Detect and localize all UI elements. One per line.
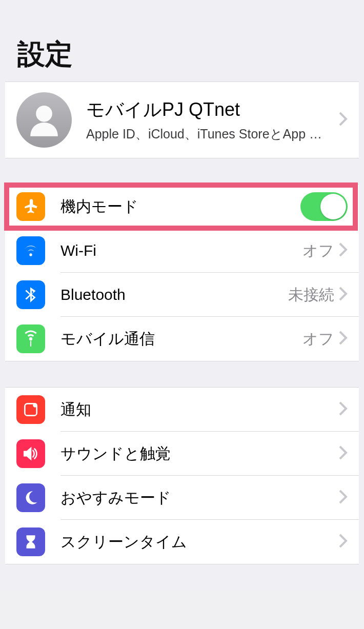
row-bluetooth[interactable]: Bluetooth 未接続 xyxy=(5,273,359,317)
hourglass-icon xyxy=(16,527,45,556)
avatar-icon xyxy=(16,92,72,148)
wifi-value: オフ xyxy=(302,240,334,261)
row-screentime[interactable]: スクリーンタイム xyxy=(5,520,359,564)
row-notifications[interactable]: 通知 xyxy=(5,388,359,432)
bluetooth-value: 未接続 xyxy=(288,285,334,306)
sound-label: サウンドと触覚 xyxy=(60,443,338,464)
cellular-icon xyxy=(16,324,45,353)
settings-group-connectivity: 機内モード Wi-Fi オフ Bluetooth 未接続 xyxy=(5,184,359,361)
airplane-icon xyxy=(16,192,45,221)
row-dnd[interactable]: おやすみモード xyxy=(5,476,359,520)
wifi-icon xyxy=(16,236,45,265)
chevron-icon xyxy=(338,490,348,506)
row-wifi[interactable]: Wi-Fi オフ xyxy=(5,229,359,273)
notifications-label: 通知 xyxy=(60,399,338,420)
svg-point-0 xyxy=(36,106,52,122)
wifi-label: Wi-Fi xyxy=(60,242,302,259)
chevron-icon xyxy=(338,112,348,128)
cellular-value: オフ xyxy=(302,329,334,350)
page-title: 設定 xyxy=(17,36,347,73)
bluetooth-icon xyxy=(16,280,45,309)
chevron-icon xyxy=(338,242,348,259)
row-cellular[interactable]: モバイル通信 オフ xyxy=(5,317,359,361)
cellular-label: モバイル通信 xyxy=(60,329,302,350)
dnd-label: おやすみモード xyxy=(60,488,338,509)
chevron-icon xyxy=(338,445,348,462)
profile-group: モバイルPJ QTnet Apple ID、iCloud、iTunes Stor… xyxy=(5,82,359,158)
row-sound[interactable]: サウンドと触覚 xyxy=(5,432,359,476)
airplane-label: 機内モード xyxy=(60,196,300,217)
svg-point-2 xyxy=(33,403,37,408)
profile-subtitle: Apple ID、iCloud、iTunes StoreとApp S... xyxy=(86,126,322,143)
chevron-icon xyxy=(338,287,348,303)
chevron-icon xyxy=(338,534,348,550)
airplane-toggle[interactable] xyxy=(300,192,348,221)
sound-icon xyxy=(16,439,45,468)
row-airplane-mode[interactable]: 機内モード xyxy=(5,185,359,229)
chevron-icon xyxy=(338,331,348,347)
profile-name: モバイルPJ QTnet xyxy=(86,97,338,123)
settings-group-secondary: 通知 サウンドと触覚 おやすみモード xyxy=(5,387,359,564)
moon-icon xyxy=(16,483,45,512)
profile-row[interactable]: モバイルPJ QTnet Apple ID、iCloud、iTunes Stor… xyxy=(5,82,359,158)
notifications-icon xyxy=(16,395,45,424)
bluetooth-label: Bluetooth xyxy=(60,286,288,303)
chevron-icon xyxy=(338,401,348,418)
screentime-label: スクリーンタイム xyxy=(60,532,338,553)
